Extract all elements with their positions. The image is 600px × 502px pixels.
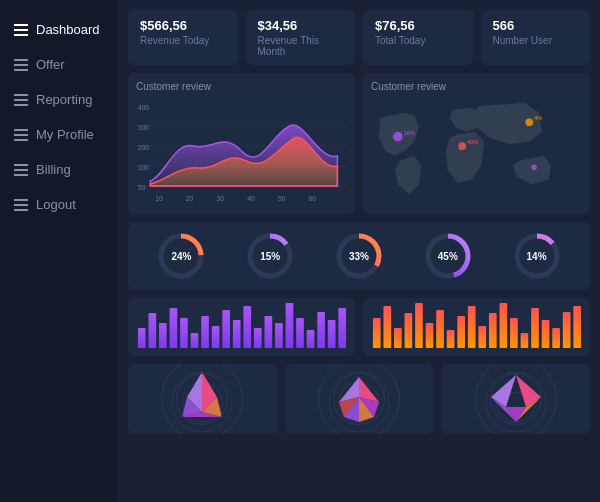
stats-row: $566,56 Revenue Today $34,56 Revenue Thi…: [128, 10, 590, 65]
sidebar-item-label: Reporting: [36, 92, 92, 107]
svg-text:4%: 4%: [534, 115, 542, 121]
sidebar: Dashboard Offer Reporting My Profile Bil…: [0, 0, 118, 502]
donut-33: 33%: [333, 230, 385, 282]
svg-point-91: [506, 392, 526, 412]
bar-charts-row: [128, 298, 590, 356]
svg-rect-57: [426, 323, 434, 348]
shape-card-1: [128, 364, 277, 434]
sidebar-item-dashboard[interactable]: Dashboard: [0, 12, 118, 47]
stat-value: $34,56: [258, 18, 344, 33]
donut-14-label: 14%: [527, 251, 547, 262]
svg-rect-51: [338, 308, 346, 348]
sidebar-item-offer[interactable]: Offer: [0, 47, 118, 82]
svg-point-89: [486, 372, 546, 432]
world-map-svg: 18% 43% 4%: [371, 96, 582, 206]
svg-rect-35: [170, 308, 178, 348]
svg-text:50: 50: [138, 184, 146, 191]
donut-15-label: 15%: [260, 251, 280, 262]
stat-number-user: 566 Number User: [481, 10, 591, 65]
svg-marker-86: [344, 397, 359, 422]
world-map-title: Customer review: [371, 81, 582, 92]
hamburger-icon: [14, 24, 28, 36]
sidebar-item-billing[interactable]: Billing: [0, 152, 118, 187]
svg-point-90: [496, 382, 536, 422]
svg-rect-48: [307, 330, 315, 348]
svg-marker-78: [202, 397, 222, 417]
svg-rect-61: [468, 306, 476, 348]
svg-text:300: 300: [138, 124, 149, 131]
svg-rect-62: [478, 326, 486, 348]
main-content: $566,56 Revenue Today $34,56 Revenue Thi…: [118, 0, 600, 502]
svg-text:30: 30: [217, 195, 225, 202]
shape-2-svg: [319, 367, 399, 432]
svg-point-74: [192, 392, 212, 412]
world-map: 18% 43% 4%: [371, 96, 582, 206]
svg-marker-76: [187, 372, 202, 412]
donut-24: 24%: [155, 230, 207, 282]
svg-rect-47: [296, 318, 304, 348]
svg-text:10: 10: [155, 195, 163, 202]
donut-45: 45%: [422, 230, 474, 282]
svg-point-21: [531, 164, 537, 170]
svg-rect-46: [286, 303, 294, 348]
svg-rect-34: [159, 323, 167, 348]
svg-rect-52: [373, 318, 381, 348]
svg-marker-84: [339, 377, 359, 402]
svg-text:400: 400: [138, 104, 149, 111]
svg-rect-32: [138, 328, 146, 348]
svg-point-15: [393, 132, 403, 142]
svg-point-17: [458, 142, 466, 150]
sidebar-item-logout[interactable]: Logout: [0, 187, 118, 222]
shape-1-svg: [162, 367, 242, 432]
svg-marker-94: [491, 397, 516, 422]
stat-value: 566: [493, 18, 579, 33]
stat-label: Total Today: [375, 35, 461, 46]
svg-rect-43: [254, 328, 262, 348]
svg-point-81: [339, 382, 379, 422]
svg-rect-55: [405, 313, 413, 348]
svg-point-80: [329, 372, 389, 432]
charts-row: Customer review 50 100 200 300 400 10: [128, 73, 590, 214]
stat-label: Number User: [493, 35, 579, 46]
svg-rect-56: [415, 303, 423, 348]
svg-text:18%: 18%: [404, 130, 416, 136]
sidebar-item-label: Dashboard: [36, 22, 100, 37]
sidebar-item-reporting[interactable]: Reporting: [0, 82, 118, 117]
sidebar-item-label: Logout: [36, 197, 76, 212]
stat-total-today: $76,56 Total Today: [363, 10, 473, 65]
donut-14: 14%: [511, 230, 563, 282]
svg-rect-36: [180, 318, 188, 348]
svg-rect-60: [457, 316, 465, 348]
svg-text:50: 50: [278, 195, 286, 202]
shape-card-3: [441, 364, 590, 434]
svg-marker-87: [359, 397, 379, 417]
svg-marker-95: [516, 397, 541, 422]
svg-rect-59: [447, 330, 455, 348]
donut-45-label: 45%: [438, 251, 458, 262]
stat-value: $566,56: [140, 18, 226, 33]
sidebar-item-myprofile[interactable]: My Profile: [0, 117, 118, 152]
svg-marker-92: [516, 375, 541, 407]
world-map-card: Customer review: [363, 73, 590, 214]
svg-text:43%: 43%: [467, 139, 479, 145]
stat-revenue-today: $566,56 Revenue Today: [128, 10, 238, 65]
svg-rect-45: [275, 323, 283, 348]
hamburger-icon: [14, 199, 28, 211]
donut-15: 15%: [244, 230, 296, 282]
hamburger-icon: [14, 164, 28, 176]
svg-rect-65: [510, 318, 518, 348]
area-chart: 50 100 200 300 400 10 20 30 40 50 60: [136, 96, 347, 206]
svg-rect-38: [201, 316, 209, 348]
stat-value: $76,56: [375, 18, 461, 33]
svg-rect-50: [328, 320, 336, 348]
hamburger-icon: [14, 129, 28, 141]
svg-rect-44: [265, 316, 273, 348]
svg-rect-49: [317, 312, 325, 348]
svg-marker-85: [359, 397, 374, 422]
svg-rect-70: [563, 312, 571, 348]
svg-rect-42: [243, 306, 251, 348]
svg-rect-37: [191, 333, 199, 348]
svg-marker-75: [202, 372, 217, 412]
stat-revenue-month: $34,56 Revenue This Month: [246, 10, 356, 65]
svg-rect-41: [233, 320, 241, 348]
